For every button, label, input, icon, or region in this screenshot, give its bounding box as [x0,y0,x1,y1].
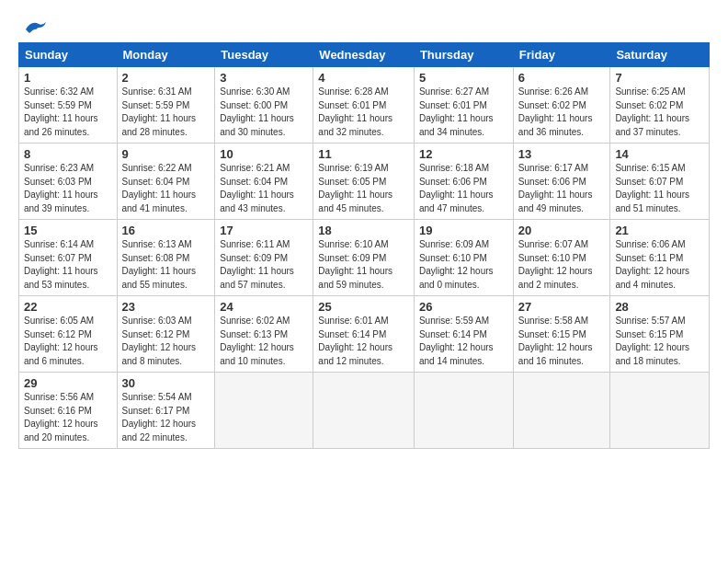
table-row: 7Sunrise: 6:25 AM Sunset: 6:02 PM Daylig… [610,67,710,144]
col-saturday: Saturday [610,43,710,67]
day-number: 18 [318,224,409,237]
cell-detail: Sunrise: 6:13 AM Sunset: 6:08 PM Dayligh… [122,238,210,292]
table-row: 23Sunrise: 6:03 AM Sunset: 6:12 PM Dayli… [117,296,215,373]
cell-detail: Sunrise: 5:54 AM Sunset: 6:17 PM Dayligh… [122,391,210,444]
table-row: 16Sunrise: 6:13 AM Sunset: 6:08 PM Dayli… [117,220,215,296]
day-number: 13 [518,147,606,161]
table-row [513,373,610,449]
table-row: 4Sunrise: 6:28 AM Sunset: 6:01 PM Daylig… [313,67,415,144]
table-row: 2Sunrise: 6:31 AM Sunset: 5:59 PM Daylig… [117,67,215,144]
table-row: 28Sunrise: 5:57 AM Sunset: 6:15 PM Dayli… [610,296,710,373]
cell-detail: Sunrise: 6:22 AM Sunset: 6:04 PM Dayligh… [122,162,210,215]
cell-detail: Sunrise: 6:17 AM Sunset: 6:06 PM Dayligh… [518,162,606,215]
cell-detail: Sunrise: 6:09 AM Sunset: 6:10 PM Dayligh… [419,238,508,292]
col-friday: Friday [513,43,610,67]
cell-detail: Sunrise: 6:01 AM Sunset: 6:14 PM Dayligh… [318,315,409,368]
day-number: 3 [220,71,308,85]
cell-detail: Sunrise: 6:23 AM Sunset: 6:03 PM Dayligh… [24,162,112,215]
cell-detail: Sunrise: 5:57 AM Sunset: 6:15 PM Dayligh… [615,315,704,368]
page: Sunday Monday Tuesday Wednesday Thursday… [0,0,728,563]
cell-detail: Sunrise: 6:25 AM Sunset: 6:02 PM Dayligh… [615,86,704,139]
day-number: 24 [220,300,308,314]
table-row: 9Sunrise: 6:22 AM Sunset: 6:04 PM Daylig… [117,144,215,220]
cell-detail: Sunrise: 6:30 AM Sunset: 6:00 PM Dayligh… [220,86,308,139]
table-row: 27Sunrise: 5:58 AM Sunset: 6:15 PM Dayli… [513,296,610,373]
col-tuesday: Tuesday [215,43,313,67]
calendar-week-row: 15Sunrise: 6:14 AM Sunset: 6:07 PM Dayli… [19,220,710,296]
cell-detail: Sunrise: 6:02 AM Sunset: 6:13 PM Dayligh… [220,315,308,368]
day-number: 1 [24,71,112,85]
logo [18,17,48,33]
cell-detail: Sunrise: 6:26 AM Sunset: 6:02 PM Dayligh… [518,86,606,139]
calendar-week-row: 29Sunrise: 5:56 AM Sunset: 6:16 PM Dayli… [19,373,710,449]
table-row [414,373,513,449]
day-number: 30 [122,376,210,390]
day-number: 8 [24,147,112,161]
calendar-table: Sunday Monday Tuesday Wednesday Thursday… [18,42,710,449]
col-wednesday: Wednesday [313,43,415,67]
table-row: 25Sunrise: 6:01 AM Sunset: 6:14 PM Dayli… [313,296,415,373]
table-row: 21Sunrise: 6:06 AM Sunset: 6:11 PM Dayli… [610,220,710,296]
table-row: 12Sunrise: 6:18 AM Sunset: 6:06 PM Dayli… [414,144,513,220]
col-sunday: Sunday [19,43,118,67]
col-monday: Monday [117,43,215,67]
cell-detail: Sunrise: 6:11 AM Sunset: 6:09 PM Dayligh… [220,238,308,292]
cell-detail: Sunrise: 6:21 AM Sunset: 6:04 PM Dayligh… [220,162,308,215]
cell-detail: Sunrise: 6:15 AM Sunset: 6:07 PM Dayligh… [615,162,704,215]
day-number: 2 [122,71,210,85]
table-row [215,373,313,449]
table-row: 19Sunrise: 6:09 AM Sunset: 6:10 PM Dayli… [414,220,513,296]
cell-detail: Sunrise: 6:19 AM Sunset: 6:05 PM Dayligh… [318,162,409,215]
calendar-week-row: 1Sunrise: 6:32 AM Sunset: 5:59 PM Daylig… [19,67,710,144]
day-number: 4 [318,71,409,85]
cell-detail: Sunrise: 5:58 AM Sunset: 6:15 PM Dayligh… [518,315,606,368]
table-row: 17Sunrise: 6:11 AM Sunset: 6:09 PM Dayli… [215,220,313,296]
day-number: 15 [24,224,112,237]
day-number: 16 [122,224,210,237]
table-row [313,373,415,449]
cell-detail: Sunrise: 6:32 AM Sunset: 5:59 PM Dayligh… [24,86,112,139]
cell-detail: Sunrise: 6:28 AM Sunset: 6:01 PM Dayligh… [318,86,409,139]
table-row: 1Sunrise: 6:32 AM Sunset: 5:59 PM Daylig… [19,67,118,144]
day-number: 12 [419,147,508,161]
table-row: 18Sunrise: 6:10 AM Sunset: 6:09 PM Dayli… [313,220,415,296]
cell-detail: Sunrise: 6:03 AM Sunset: 6:12 PM Dayligh… [122,315,210,368]
day-number: 10 [220,147,308,161]
day-number: 11 [318,147,409,161]
day-number: 26 [419,300,508,314]
table-row: 15Sunrise: 6:14 AM Sunset: 6:07 PM Dayli… [19,220,118,296]
day-number: 19 [419,224,508,237]
table-row: 24Sunrise: 6:02 AM Sunset: 6:13 PM Dayli… [215,296,313,373]
table-row: 13Sunrise: 6:17 AM Sunset: 6:06 PM Dayli… [513,144,610,220]
day-number: 6 [518,71,606,85]
day-number: 7 [615,71,704,85]
cell-detail: Sunrise: 6:14 AM Sunset: 6:07 PM Dayligh… [24,238,112,292]
cell-detail: Sunrise: 6:18 AM Sunset: 6:06 PM Dayligh… [419,162,508,215]
logo-bird-icon [22,17,48,37]
day-number: 21 [615,224,704,237]
day-number: 14 [615,147,704,161]
day-number: 25 [318,300,409,314]
cell-detail: Sunrise: 6:05 AM Sunset: 6:12 PM Dayligh… [24,315,112,368]
day-number: 9 [122,147,210,161]
table-row: 26Sunrise: 5:59 AM Sunset: 6:14 PM Dayli… [414,296,513,373]
day-number: 23 [122,300,210,314]
table-row: 11Sunrise: 6:19 AM Sunset: 6:05 PM Dayli… [313,144,415,220]
table-row: 20Sunrise: 6:07 AM Sunset: 6:10 PM Dayli… [513,220,610,296]
table-row: 29Sunrise: 5:56 AM Sunset: 6:16 PM Dayli… [19,373,118,449]
table-row: 5Sunrise: 6:27 AM Sunset: 6:01 PM Daylig… [414,67,513,144]
calendar-header-row: Sunday Monday Tuesday Wednesday Thursday… [19,43,710,67]
table-row: 3Sunrise: 6:30 AM Sunset: 6:00 PM Daylig… [215,67,313,144]
day-number: 22 [24,300,112,314]
table-row: 6Sunrise: 6:26 AM Sunset: 6:02 PM Daylig… [513,67,610,144]
cell-detail: Sunrise: 6:07 AM Sunset: 6:10 PM Dayligh… [518,238,606,292]
cell-detail: Sunrise: 6:27 AM Sunset: 6:01 PM Dayligh… [419,86,508,139]
calendar-week-row: 22Sunrise: 6:05 AM Sunset: 6:12 PM Dayli… [19,296,710,373]
day-number: 17 [220,224,308,237]
day-number: 20 [518,224,606,237]
cell-detail: Sunrise: 6:10 AM Sunset: 6:09 PM Dayligh… [318,238,409,292]
day-number: 27 [518,300,606,314]
table-row: 22Sunrise: 6:05 AM Sunset: 6:12 PM Dayli… [19,296,118,373]
cell-detail: Sunrise: 5:59 AM Sunset: 6:14 PM Dayligh… [419,315,508,368]
calendar-week-row: 8Sunrise: 6:23 AM Sunset: 6:03 PM Daylig… [19,144,710,220]
